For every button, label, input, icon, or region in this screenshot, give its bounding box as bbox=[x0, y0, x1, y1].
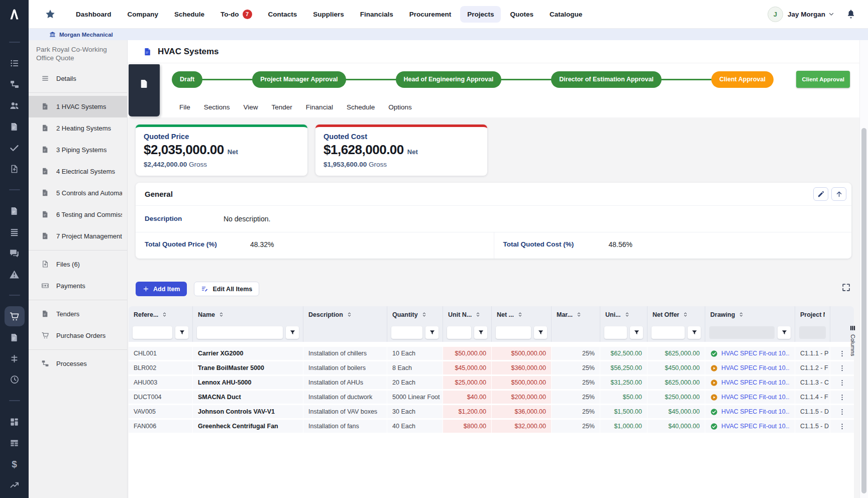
sidebar-item[interactable]: 4 Electrical Systems bbox=[29, 161, 127, 182]
menu-item[interactable]: Financial bbox=[306, 103, 333, 111]
add-item-button[interactable]: Add Item bbox=[136, 282, 187, 296]
filter-funnel-icon[interactable] bbox=[630, 326, 643, 339]
row-menu-kebab-icon[interactable] bbox=[830, 361, 854, 375]
menu-item[interactable]: Schedule bbox=[347, 103, 375, 111]
menu-item[interactable]: Sections bbox=[204, 103, 230, 111]
table-row[interactable]: DUCT004 SMACNA Duct Installation of duct… bbox=[129, 391, 854, 404]
table-row[interactable]: BLR002 Trane BoilMaster 5000 Installatio… bbox=[129, 361, 854, 375]
sidebar-item[interactable]: Purchase Orders bbox=[29, 325, 127, 346]
column-header[interactable]: Drawing bbox=[705, 306, 795, 323]
upload-button[interactable] bbox=[831, 187, 846, 201]
menu-item[interactable]: File bbox=[179, 103, 190, 111]
edit-all-items-button[interactable]: Edit All Items bbox=[194, 282, 259, 296]
drawing-link[interactable]: HVAC SPEC Fit-out 10... bbox=[721, 423, 790, 430]
file-upload-icon[interactable] bbox=[5, 159, 25, 179]
sort-icon[interactable] bbox=[162, 312, 167, 317]
filter-input[interactable] bbox=[447, 326, 471, 339]
filter-funnel-icon[interactable] bbox=[425, 326, 439, 339]
filter-funnel-icon[interactable] bbox=[688, 326, 701, 339]
app-logo[interactable] bbox=[0, 0, 29, 29]
row-menu-kebab-icon[interactable] bbox=[830, 405, 854, 418]
document-icon[interactable] bbox=[5, 116, 25, 137]
row-menu-kebab-icon[interactable] bbox=[830, 376, 854, 389]
sidebar-item[interactable]: 1 HVAC Systems bbox=[29, 96, 127, 117]
dollar-icon[interactable]: $ bbox=[5, 454, 25, 474]
trend-icon[interactable] bbox=[5, 475, 25, 495]
nav-item[interactable]: Catalogue bbox=[542, 6, 589, 23]
filter-funnel-icon[interactable] bbox=[778, 326, 791, 339]
table-row[interactable]: FAN006 Greenheck Centrifugal Fan Install… bbox=[129, 420, 854, 433]
nav-item[interactable]: Financials bbox=[353, 6, 400, 23]
filter-input[interactable] bbox=[709, 326, 775, 339]
table-row[interactable]: AHU003 Lennox AHU-5000 Installation of A… bbox=[129, 376, 854, 389]
nav-item[interactable]: Contacts bbox=[261, 6, 304, 23]
list-icon[interactable] bbox=[5, 53, 25, 73]
sidebar-item[interactable]: Details bbox=[29, 68, 127, 89]
warning-icon[interactable] bbox=[5, 264, 25, 284]
sort-icon[interactable] bbox=[517, 312, 523, 317]
column-header[interactable]: Quantity bbox=[387, 306, 443, 323]
filter-input[interactable] bbox=[652, 326, 685, 339]
nav-item[interactable]: Dashboard bbox=[69, 6, 119, 23]
sidebar-item[interactable]: 2 Heating Systems bbox=[29, 117, 127, 139]
sort-icon[interactable] bbox=[738, 312, 744, 317]
menu-item[interactable]: Tender bbox=[272, 103, 292, 111]
sort-icon[interactable] bbox=[475, 312, 481, 317]
sidebar-item[interactable]: 7 Project Management bbox=[29, 225, 127, 247]
expand-icon[interactable] bbox=[841, 283, 851, 292]
drawing-link[interactable]: HVAC SPEC Fit-out 10... bbox=[721, 394, 790, 401]
nav-item[interactable]: Procurement bbox=[402, 6, 458, 23]
column-header[interactable]: Refere... bbox=[129, 306, 193, 323]
filter-input[interactable] bbox=[496, 326, 531, 339]
sidebar-item[interactable]: Tenders bbox=[29, 303, 127, 325]
hierarchy-icon[interactable] bbox=[5, 74, 25, 94]
filter-input[interactable] bbox=[799, 326, 826, 339]
cart-icon[interactable] bbox=[5, 306, 25, 326]
sidebar-item[interactable]: Processes bbox=[29, 353, 127, 375]
column-header[interactable]: Net Offer bbox=[647, 306, 705, 323]
columns-control[interactable]: Columns bbox=[849, 325, 856, 356]
column-header[interactable]: Mar... bbox=[552, 306, 600, 323]
table-row[interactable]: CHL001 Carrier XG2000 Installation of ch… bbox=[129, 347, 854, 360]
nav-item[interactable]: To-do 7 bbox=[213, 5, 259, 24]
filter-funnel-icon[interactable] bbox=[474, 326, 487, 339]
sort-icon[interactable] bbox=[576, 312, 582, 317]
nav-item[interactable]: Company bbox=[121, 6, 166, 23]
favorite-star-icon[interactable] bbox=[45, 9, 56, 20]
rows-icon[interactable] bbox=[5, 222, 25, 242]
menu-item[interactable]: View bbox=[244, 103, 258, 111]
users-icon[interactable] bbox=[5, 95, 25, 115]
client-approval-button[interactable]: Client Approval bbox=[796, 71, 850, 88]
company-context-bar[interactable]: Morgan Mechanical bbox=[29, 29, 868, 40]
filter-input[interactable] bbox=[133, 326, 172, 339]
column-header[interactable] bbox=[830, 306, 854, 323]
column-header[interactable]: Net ... bbox=[492, 306, 552, 323]
sliders-icon[interactable] bbox=[5, 348, 25, 368]
table-icon[interactable] bbox=[5, 433, 25, 453]
sort-icon[interactable] bbox=[421, 312, 427, 317]
notifications-bell-icon[interactable] bbox=[846, 9, 856, 19]
row-menu-kebab-icon[interactable] bbox=[830, 391, 854, 404]
chat-icon[interactable] bbox=[5, 243, 25, 263]
row-menu-kebab-icon[interactable] bbox=[830, 420, 854, 433]
clock-icon[interactable] bbox=[5, 369, 25, 390]
sidebar-item[interactable]: 3 Piping Systems bbox=[29, 139, 127, 161]
drawing-link[interactable]: HVAC SPEC Fit-out 10... bbox=[721, 364, 790, 371]
scrollbar[interactable] bbox=[861, 128, 866, 493]
document-icon[interactable] bbox=[5, 201, 25, 221]
sidebar-item[interactable]: 5 Controls and Automatio bbox=[29, 182, 127, 204]
sidebar-item[interactable]: Files (6) bbox=[29, 254, 127, 275]
column-header[interactable]: Unit N... bbox=[443, 306, 492, 323]
chevron-down-icon[interactable] bbox=[828, 11, 835, 18]
sidebar-item[interactable]: Payments bbox=[29, 275, 127, 297]
edit-button[interactable] bbox=[813, 187, 828, 201]
avatar[interactable]: J bbox=[768, 7, 783, 22]
filter-input[interactable] bbox=[391, 326, 422, 339]
user-name[interactable]: Jay Morgan bbox=[788, 11, 825, 18]
column-header[interactable]: Description bbox=[303, 306, 387, 323]
check-icon[interactable] bbox=[5, 138, 25, 158]
nav-item[interactable]: Quotes bbox=[503, 6, 540, 23]
sidebar-item[interactable]: 6 Testing and Commissio bbox=[29, 204, 127, 225]
filter-funnel-icon[interactable] bbox=[175, 326, 188, 339]
column-header[interactable]: Uni... bbox=[600, 306, 647, 323]
